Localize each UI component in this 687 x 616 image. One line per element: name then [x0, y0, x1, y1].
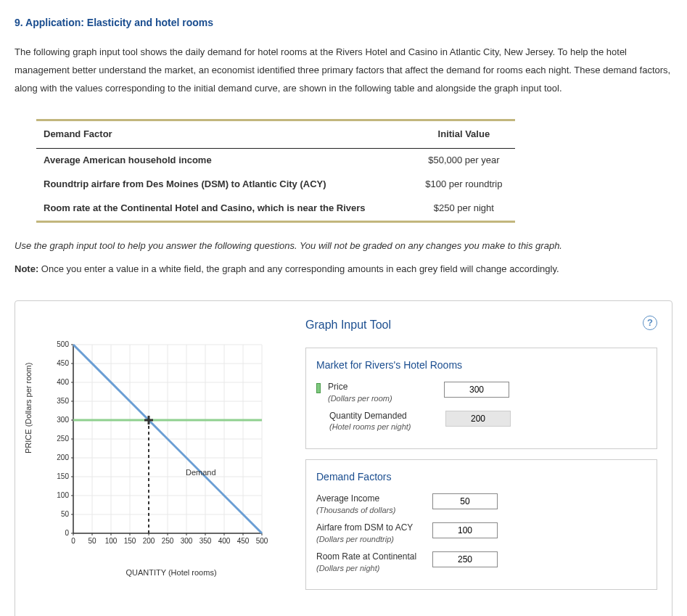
market-section: Market for Rivers's Hotel Rooms Price (D…: [305, 348, 657, 449]
airfare-label: Airfare from DSM to ACY: [316, 522, 425, 534]
income-input[interactable]: [432, 493, 498, 509]
income-label: Average Income: [316, 493, 425, 505]
ytick: 450: [57, 359, 69, 367]
quantity-sublabel: (Hotel rooms per night): [329, 422, 438, 432]
factors-section: Demand Factors Average Income (Thousands…: [305, 459, 657, 590]
airfare-input[interactable]: [432, 522, 498, 538]
demand-series-label: Demand: [186, 468, 216, 477]
xtick: 400: [218, 537, 231, 545]
help-icon[interactable]: ?: [643, 316, 657, 330]
table-row: Roundtrip airfare from Des Moines (DSM) …: [36, 173, 515, 197]
intro-text: The following graph input tool shows the…: [15, 44, 672, 97]
cell-value: $100 per roundtrip: [413, 173, 515, 197]
quantity-label: Quantity Demanded: [329, 411, 438, 422]
price-input[interactable]: [444, 382, 509, 398]
ytick: 150: [57, 472, 69, 480]
ytick: 100: [57, 491, 69, 499]
factors-title: Demand Factors: [316, 469, 646, 485]
xtick: 350: [199, 537, 212, 545]
market-title: Market for Rivers's Hotel Rooms: [316, 357, 646, 373]
cell-factor: Room rate at the Continental Hotel and C…: [36, 197, 413, 221]
rate-label: Room Rate at Continental: [316, 551, 425, 563]
airfare-sublabel: (Dollars per roundtrip): [316, 534, 425, 544]
demand-chart[interactable]: Demand 500 450 400 350 300 250 200 150 1…: [44, 337, 276, 562]
ytick: 300: [57, 416, 69, 424]
xtick: 500: [256, 537, 268, 545]
ytick: 50: [61, 510, 70, 518]
page-title: 9. Application: Elasticity and hotel roo…: [15, 15, 672, 30]
rate-sublabel: (Dollars per night): [316, 563, 425, 573]
xtick: 300: [181, 537, 193, 545]
cell-value: $50,000 per year: [413, 149, 515, 173]
xtick: 200: [143, 537, 155, 545]
x-axis-label: QUANTITY (Hotel rooms): [59, 567, 284, 580]
price-sublabel: (Dollars per room): [328, 393, 437, 403]
note-body: Once you enter a value in a white field,…: [38, 263, 559, 274]
xtick: 450: [237, 537, 250, 545]
table-row: Room rate at the Continental Hotel and C…: [36, 197, 515, 221]
tool-title: Graph Input Tool: [305, 316, 657, 334]
xtick: 150: [124, 537, 136, 545]
cell-factor: Roundtrip airfare from Des Moines (DSM) …: [36, 173, 413, 197]
instruction-text: Use the graph input tool to help you ans…: [15, 237, 672, 255]
quantity-output: [445, 411, 511, 427]
graph-input-tool-panel: PRICE (Dollars per room): [15, 300, 672, 616]
price-marker-icon: [316, 383, 321, 393]
y-axis-label: PRICE (Dollars per room): [22, 363, 36, 453]
table-row: Average American household income $50,00…: [36, 149, 515, 173]
ytick: 0: [65, 529, 69, 537]
ytick: 400: [57, 378, 69, 386]
cell-factor: Average American household income: [36, 149, 413, 173]
cell-value: $250 per night: [413, 197, 515, 221]
xtick: 0: [71, 537, 75, 545]
ytick: 350: [57, 397, 69, 405]
note-label: Note:: [15, 263, 38, 274]
note-text: Note: Once you enter a value in a white …: [15, 260, 672, 279]
income-sublabel: (Thousands of dollars): [316, 505, 425, 515]
col-header-factor: Demand Factor: [36, 120, 413, 149]
ytick: 500: [57, 340, 69, 348]
xtick: 100: [105, 537, 118, 545]
ytick: 250: [57, 435, 69, 443]
chart-area[interactable]: PRICE (Dollars per room): [30, 337, 284, 600]
xtick: 250: [162, 537, 174, 545]
rate-input[interactable]: [432, 551, 498, 567]
col-header-value: Initial Value: [413, 120, 515, 149]
ytick: 200: [57, 453, 69, 461]
demand-factor-table: Demand Factor Initial Value Average Amer…: [36, 119, 672, 222]
price-label: Price: [328, 382, 437, 393]
xtick: 50: [88, 537, 96, 545]
